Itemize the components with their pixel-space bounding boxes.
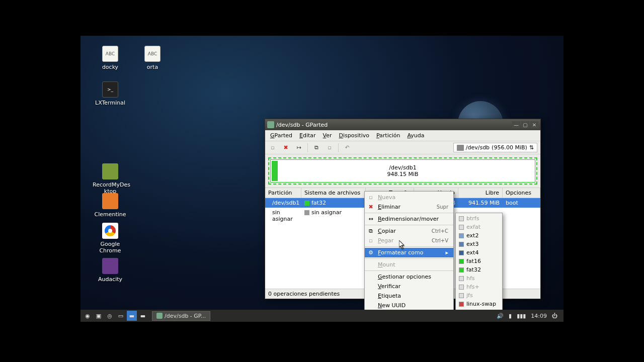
menu-item-copiar[interactable]: ⧉CopiarCtrl+C: [365, 226, 453, 236]
graph-partition-name: /dev/sdb1: [389, 164, 416, 171]
toolbar: ▫ ✖ ↦ ⧉ ▫ ↶ /dev/sdb (956.00 MiB) ⇅: [265, 141, 540, 154]
menu-editar[interactable]: Editar: [296, 131, 319, 140]
clock[interactable]: 14:09: [531, 313, 547, 319]
desktop-icon-docky[interactable]: ABCdocky: [93, 46, 128, 70]
fs-option-ext3[interactable]: ext3: [456, 240, 502, 248]
fs-option-ext4[interactable]: ext4: [456, 248, 502, 257]
col-options[interactable]: Opciones: [503, 188, 540, 198]
new-partition-button[interactable]: ▫: [268, 143, 277, 152]
fs-option-fat32[interactable]: fat32: [456, 265, 502, 274]
taskbar-task[interactable]: /dev/sdb - GP...: [152, 311, 210, 321]
menu-item-mount: Mount: [365, 260, 453, 269]
device-size: (956.00 MiB): [492, 144, 527, 151]
titlebar[interactable]: /dev/sdb - GParted — ▢ ✕: [265, 119, 540, 130]
menu-ver[interactable]: Ver: [320, 131, 335, 140]
menu-item-eliminar[interactable]: ✖EliminarSupr: [365, 202, 453, 212]
menu-gparted[interactable]: GParted: [267, 131, 295, 140]
partition-graph[interactable]: /dev/sdb1 948.15 MiB: [268, 157, 537, 185]
menu-dispositivo[interactable]: Dispositivo: [336, 131, 372, 140]
drive-icon: [457, 145, 464, 151]
copy-button[interactable]: ⧉: [312, 143, 321, 152]
app-icon: [267, 121, 274, 128]
desktop-icon-recordmydes-ktop[interactable]: RecordMyDes ktop: [93, 163, 128, 195]
fs-option-exfat: exfat: [456, 223, 502, 231]
desktop[interactable]: ABCdockyABCorta>_LXTerminalRecordMyDes k…: [80, 36, 564, 322]
separator: [338, 143, 339, 152]
col-free[interactable]: Libre: [458, 188, 503, 198]
desktop-icon-lxterminal[interactable]: >_LXTerminal: [93, 81, 128, 106]
undo-button[interactable]: ↶: [343, 143, 352, 152]
network-icon[interactable]: ▮▮▮: [517, 313, 526, 319]
logout-icon[interactable]: ⏻: [552, 313, 557, 319]
device-selector[interactable]: /dev/sdb (956.00 MiB) ⇅: [453, 143, 537, 152]
show-desktop-button[interactable]: ▭: [116, 311, 126, 321]
menu-ayuda[interactable]: Ayuda: [405, 131, 428, 140]
battery-icon[interactable]: ▮: [509, 313, 512, 319]
chevron-updown-icon: ⇅: [529, 144, 534, 151]
col-partition[interactable]: Partición: [265, 188, 301, 198]
menu-item-etiqueta[interactable]: Etiqueta: [365, 291, 453, 301]
fs-option-fat16[interactable]: fat16: [456, 257, 502, 265]
workspace-1-button[interactable]: ▬: [127, 311, 137, 321]
taskbar: ◉ ▣ ◎ ▭ ▬ ▬ /dev/sdb - GP... 🔊 ▮ ▮▮▮ 14:…: [80, 310, 564, 322]
start-menu-button[interactable]: ◉: [83, 311, 93, 321]
desktop-icon-orta[interactable]: ABCorta: [135, 46, 170, 70]
fs-option-btrfs: btrfs: [456, 214, 502, 223]
graph-partition-size: 948.15 MiB: [387, 171, 418, 177]
fs-option-hfs: hfs: [456, 274, 502, 283]
fs-option-ext2[interactable]: ext2: [456, 231, 502, 240]
task-label: /dev/sdb - GP...: [165, 313, 206, 319]
menu-item-verificar[interactable]: Verificar: [365, 282, 453, 291]
col-filesystem[interactable]: Sistema de archivos: [301, 188, 366, 198]
partition-context-menu: ▫Nueva✖EliminarSupr↔Redimensionar/mover⧉…: [364, 191, 454, 322]
desktop-icon-google-chrome[interactable]: Google Chrome: [93, 223, 128, 254]
filemanager-button[interactable]: ▣: [94, 311, 104, 321]
menu-item-nueva: ▫Nueva: [365, 193, 453, 202]
desktop-icon-clementine[interactable]: Clementine: [93, 193, 128, 218]
maximize-button[interactable]: ▢: [521, 121, 529, 128]
workspace-2-button[interactable]: ▬: [138, 311, 148, 321]
resize-button[interactable]: ↦: [294, 143, 303, 152]
menu-item-formatear-como[interactable]: ⚙Formatear como▸: [365, 248, 453, 257]
delete-button[interactable]: ✖: [281, 143, 290, 152]
menu-item-new-uuid[interactable]: New UUID: [365, 301, 453, 310]
fs-option-jfs: jfs: [456, 291, 502, 300]
fs-option-linux-swap[interactable]: linux-swap: [456, 300, 502, 308]
app-icon: [156, 313, 163, 319]
device-name: /dev/sdb: [466, 144, 490, 151]
menu-item-pegar: ▫PegarCtrl+V: [365, 236, 453, 245]
format-as-submenu: btrfsexfatext2ext3ext4fat16fat32hfshfs+j…: [455, 213, 503, 322]
system-tray: 🔊 ▮ ▮▮▮ 14:09 ⏻: [497, 313, 561, 319]
menubar: GPartedEditarVerDispositivoParticiónAyud…: [265, 130, 540, 141]
volume-icon[interactable]: 🔊: [497, 313, 504, 319]
menu-partición[interactable]: Partición: [373, 131, 404, 140]
desktop-icon-audacity[interactable]: Audacity: [93, 258, 128, 283]
fs-option-hfs+: hfs+: [456, 283, 502, 291]
separator: [307, 143, 308, 152]
menu-item-redimensionar-mover[interactable]: ↔Redimensionar/mover: [365, 214, 453, 224]
menu-item-gestionar-opciones[interactable]: Gestionar opciones: [365, 272, 453, 282]
paste-button[interactable]: ▫: [325, 143, 334, 152]
window-title: /dev/sdb - GParted: [276, 122, 328, 128]
close-button[interactable]: ✕: [530, 121, 538, 128]
minimize-button[interactable]: —: [512, 121, 520, 128]
browser-button[interactable]: ◎: [105, 311, 115, 321]
